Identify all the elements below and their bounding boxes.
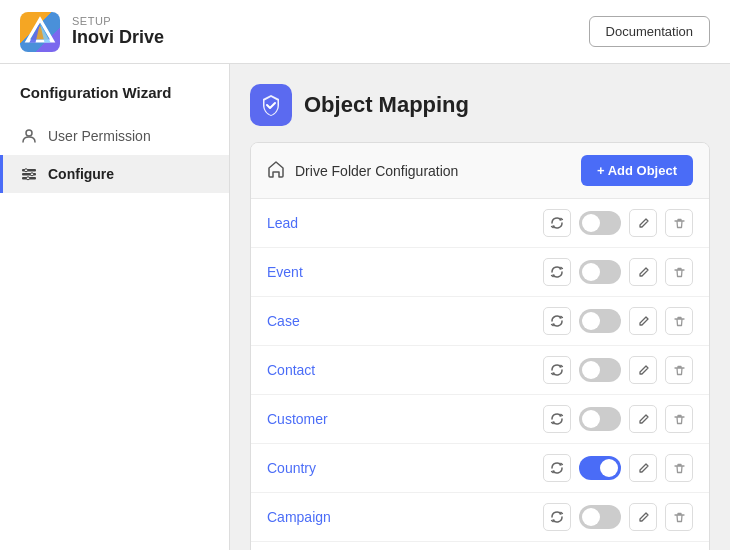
object-name-label[interactable]: Campaign xyxy=(267,509,543,525)
table-row: Asset xyxy=(251,542,709,550)
sync-icon[interactable] xyxy=(543,405,571,433)
table-row: Customer xyxy=(251,395,709,444)
configure-icon xyxy=(20,165,38,183)
app-header: SETUP Inovi Drive Documentation xyxy=(0,0,730,64)
sidebar-item-label: Configure xyxy=(48,166,114,182)
svg-point-4 xyxy=(26,130,32,136)
object-name-label[interactable]: Contact xyxy=(267,362,543,378)
table-row: Contact xyxy=(251,346,709,395)
object-name-label[interactable]: Lead xyxy=(267,215,543,231)
toggle-switch[interactable] xyxy=(579,260,621,284)
app-name-label: Inovi Drive xyxy=(72,27,164,48)
sync-icon[interactable] xyxy=(543,356,571,384)
toggle-switch[interactable] xyxy=(579,505,621,529)
toggle-switch[interactable] xyxy=(579,358,621,382)
table-row: Campaign xyxy=(251,493,709,542)
setup-label: SETUP xyxy=(72,15,164,27)
delete-icon[interactable] xyxy=(665,454,693,482)
sidebar: Configuration Wizard User Permission xyxy=(0,64,230,550)
documentation-button[interactable]: Documentation xyxy=(589,16,710,47)
toggle-switch[interactable] xyxy=(579,456,621,480)
svg-point-9 xyxy=(31,173,34,176)
delete-icon[interactable] xyxy=(665,356,693,384)
sync-icon[interactable] xyxy=(543,209,571,237)
svg-point-10 xyxy=(27,177,30,180)
row-actions xyxy=(543,405,693,433)
add-object-button[interactable]: + Add Object xyxy=(581,155,693,186)
delete-icon[interactable] xyxy=(665,307,693,335)
sidebar-item-user-permission[interactable]: User Permission xyxy=(0,117,229,155)
page-title: Object Mapping xyxy=(304,92,469,118)
toggle-switch[interactable] xyxy=(579,309,621,333)
table-row: Lead xyxy=(251,199,709,248)
edit-icon[interactable] xyxy=(629,356,657,384)
toggle-switch[interactable] xyxy=(579,407,621,431)
folder-label: Drive Folder Configuration xyxy=(295,163,458,179)
edit-icon[interactable] xyxy=(629,258,657,286)
row-actions xyxy=(543,356,693,384)
row-actions xyxy=(543,454,693,482)
toggle-switch[interactable] xyxy=(579,211,621,235)
row-actions xyxy=(543,209,693,237)
content-area: Object Mapping Drive Folder Configuratio… xyxy=(230,64,730,550)
delete-icon[interactable] xyxy=(665,405,693,433)
edit-icon[interactable] xyxy=(629,405,657,433)
edit-icon[interactable] xyxy=(629,209,657,237)
app-logo xyxy=(20,12,60,52)
sidebar-item-configure[interactable]: Configure xyxy=(0,155,229,193)
delete-icon[interactable] xyxy=(665,258,693,286)
card-header: Drive Folder Configuration + Add Object xyxy=(251,143,709,199)
card-header-left: Drive Folder Configuration xyxy=(267,160,458,182)
object-name-label[interactable]: Country xyxy=(267,460,543,476)
person-icon xyxy=(20,127,38,145)
object-name-label[interactable]: Customer xyxy=(267,411,543,427)
edit-icon[interactable] xyxy=(629,307,657,335)
object-name-label[interactable]: Case xyxy=(267,313,543,329)
header-title-block: SETUP Inovi Drive xyxy=(72,15,164,48)
row-actions xyxy=(543,307,693,335)
svg-point-8 xyxy=(25,169,28,172)
sync-icon[interactable] xyxy=(543,307,571,335)
edit-icon[interactable] xyxy=(629,503,657,531)
table-row: Event xyxy=(251,248,709,297)
object-list: Lead xyxy=(251,199,709,550)
object-mapping-card: Drive Folder Configuration + Add Object … xyxy=(250,142,710,550)
object-name-label[interactable]: Event xyxy=(267,264,543,280)
sidebar-title: Configuration Wizard xyxy=(0,84,229,117)
sync-icon[interactable] xyxy=(543,503,571,531)
main-layout: Configuration Wizard User Permission xyxy=(0,64,730,550)
home-icon xyxy=(267,160,285,182)
header-brand: SETUP Inovi Drive xyxy=(20,12,164,52)
delete-icon[interactable] xyxy=(665,209,693,237)
sync-icon[interactable] xyxy=(543,454,571,482)
object-mapping-icon xyxy=(250,84,292,126)
sidebar-item-label: User Permission xyxy=(48,128,151,144)
edit-icon[interactable] xyxy=(629,454,657,482)
page-header: Object Mapping xyxy=(250,84,710,126)
delete-icon[interactable] xyxy=(665,503,693,531)
row-actions xyxy=(543,503,693,531)
sync-icon[interactable] xyxy=(543,258,571,286)
row-actions xyxy=(543,258,693,286)
table-row: Case xyxy=(251,297,709,346)
table-row: Country xyxy=(251,444,709,493)
